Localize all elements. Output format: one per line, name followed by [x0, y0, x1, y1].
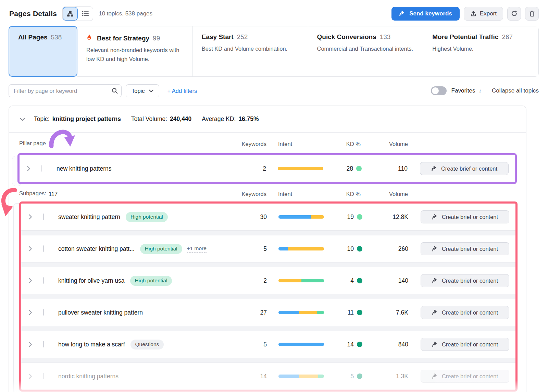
- keywords-count: 2: [235, 165, 266, 172]
- trash-icon: [529, 10, 535, 17]
- page-title-cell[interactable]: pullover sweater knitting pattern: [58, 309, 143, 316]
- tab-easy-start[interactable]: Easy Start 252 Best KD and Volume combin…: [192, 26, 308, 76]
- create-brief-label: Create brief or content: [442, 246, 498, 252]
- create-brief-button[interactable]: Create brief or content: [421, 370, 509, 383]
- page-title-cell[interactable]: nordic knitting patterns: [58, 373, 119, 380]
- collapse-all-topics-link[interactable]: Collapse all topics: [492, 87, 539, 94]
- tab-all-pages[interactable]: All Pages 538: [9, 26, 77, 77]
- tab-quick-conversions-desc: Commercial and Transactional intents.: [317, 44, 414, 53]
- page-title-cell[interactable]: knitting for olive yarn usa: [58, 277, 125, 284]
- expand-row-chevron-icon[interactable]: [29, 373, 39, 379]
- kd-value: 4: [350, 277, 354, 284]
- kd-dot: [357, 342, 362, 347]
- table-row: knitting for olive yarn usa High potenti…: [21, 267, 515, 294]
- forward-arrow-icon: [432, 278, 438, 283]
- forward-arrow-icon: [432, 310, 438, 315]
- tab-all-pages-label: All Pages: [18, 34, 48, 41]
- search-input[interactable]: [9, 84, 108, 97]
- questions-badge: Questions: [130, 340, 164, 350]
- topic-name: knitting project patterns: [52, 115, 121, 123]
- volume-value: 7.6K: [368, 309, 408, 316]
- list-icon: [82, 11, 89, 16]
- topic-table: Topic: knitting project patterns Total V…: [9, 106, 526, 392]
- page-title-cell[interactable]: new knitting patterns: [57, 165, 235, 172]
- intent-bar: [278, 167, 323, 170]
- forward-arrow-icon: [432, 246, 438, 252]
- row-checkbox[interactable]: [43, 277, 44, 284]
- page-filter-cards: All Pages 538 Best for Strategy 99 Relev…: [9, 26, 539, 77]
- expand-row-chevron-icon[interactable]: [29, 278, 39, 283]
- kd-dot: [357, 246, 362, 252]
- collapse-topic-chevron-icon[interactable]: [20, 118, 25, 121]
- forward-arrow-icon: [432, 214, 438, 220]
- add-filters-link[interactable]: + Add filters: [167, 88, 197, 94]
- search-field-group: [9, 84, 122, 97]
- create-brief-button[interactable]: Create brief or content: [421, 242, 509, 255]
- create-brief-button[interactable]: Create brief or content: [421, 274, 509, 287]
- pillar-row-highlight-box: new knitting patterns 2 28 110 Create br…: [17, 153, 517, 184]
- page-title-cell[interactable]: cotton sweater knitting patt...: [58, 245, 135, 253]
- tab-more-potential-traffic[interactable]: More Potential Traffic 267 Highest Volum…: [423, 26, 538, 76]
- more-badges-link[interactable]: +1 more: [187, 245, 207, 253]
- send-keywords-button[interactable]: Send keywords: [391, 7, 460, 21]
- topic-dropdown[interactable]: Topic: [126, 84, 159, 97]
- row-divider: [21, 262, 515, 267]
- create-brief-button[interactable]: Create brief or content: [421, 210, 509, 223]
- expand-row-chevron-icon[interactable]: [29, 214, 39, 220]
- potential-badge: High potential: [130, 276, 172, 286]
- row-checkbox[interactable]: [43, 213, 44, 220]
- favorites-label: Favorites: [451, 87, 475, 94]
- expand-row-chevron-icon[interactable]: [29, 246, 39, 252]
- intent-bar: [278, 311, 324, 314]
- row-divider: [21, 358, 515, 363]
- search-button[interactable]: [108, 84, 122, 97]
- expand-row-chevron-icon[interactable]: [29, 310, 39, 315]
- export-button[interactable]: Export: [464, 7, 503, 21]
- kd-value: 11: [348, 309, 354, 316]
- row-checkbox[interactable]: [43, 341, 44, 347]
- row-checkbox[interactable]: [43, 245, 44, 252]
- topic-header-row: Topic: knitting project patterns Total V…: [9, 106, 526, 133]
- tab-best-for-strategy-label: Best for Strategy: [97, 35, 149, 42]
- column-intent: Intent: [278, 141, 324, 147]
- create-brief-button[interactable]: Create brief or content: [421, 338, 509, 351]
- forward-arrow-icon: [432, 342, 438, 347]
- pillar-page-label[interactable]: Pillar page: [19, 140, 46, 148]
- page-title-cell[interactable]: sweater knitting pattern: [58, 213, 120, 221]
- kd-dot: [357, 310, 362, 315]
- tab-best-for-strategy[interactable]: Best for Strategy 99 Relevant non-brande…: [77, 26, 192, 76]
- row-checkbox[interactable]: [43, 373, 44, 379]
- tab-quick-conversions[interactable]: Quick Conversions 133 Commercial and Tra…: [308, 26, 423, 76]
- tab-easy-start-label: Easy Start: [202, 33, 234, 41]
- refresh-button[interactable]: [507, 7, 521, 21]
- volume-value: 12.8K: [368, 213, 408, 221]
- column-intent: Intent: [278, 191, 324, 197]
- intent-bar: [278, 279, 324, 282]
- create-brief-label: Create brief or content: [442, 341, 498, 348]
- filter-bar: Topic + Add filters Favorites i Collapse…: [9, 84, 539, 97]
- volume-value: 140: [368, 277, 408, 284]
- expand-row-chevron-icon[interactable]: [29, 342, 39, 347]
- tree-view-button[interactable]: [63, 7, 78, 21]
- delete-button[interactable]: [525, 7, 539, 21]
- potential-badge: High potential: [140, 244, 182, 254]
- favorites-toggle[interactable]: [431, 86, 447, 95]
- create-brief-button[interactable]: Create brief or content: [421, 306, 509, 319]
- row-checkbox[interactable]: [43, 309, 44, 316]
- page-title-cell[interactable]: how long to make a scarf: [58, 341, 125, 348]
- create-brief-label: Create brief or content: [442, 278, 498, 284]
- kd-value: 10: [347, 245, 354, 253]
- subpages-header-row: Subpages: 117 Keywords Intent KD % Volum…: [9, 189, 526, 198]
- create-brief-label: Create brief or content: [441, 166, 497, 172]
- row-checkbox[interactable]: [41, 165, 42, 172]
- page-title: Pages Details: [9, 10, 57, 18]
- expand-row-chevron-icon[interactable]: [27, 166, 37, 171]
- table-row: pullover sweater knitting pattern 27 11 …: [21, 299, 515, 326]
- info-icon[interactable]: i: [480, 88, 481, 94]
- create-brief-button[interactable]: Create brief or content: [420, 162, 509, 175]
- volume-value: 110: [367, 165, 408, 172]
- subpages-label[interactable]: Subpages:: [19, 190, 46, 198]
- topic-label: Topic:: [34, 115, 50, 123]
- kd-dot: [357, 214, 362, 220]
- list-view-button[interactable]: [78, 7, 93, 21]
